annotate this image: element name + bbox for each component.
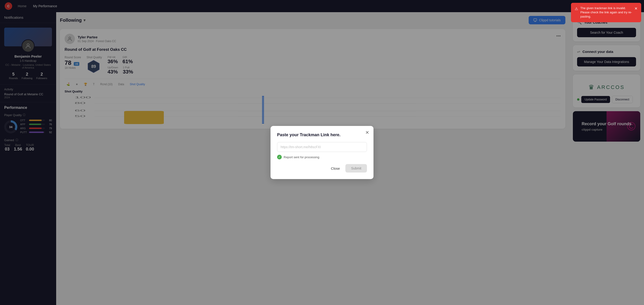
modal-overlay[interactable]: Paste your Trackman Link here. ✕ ✓ Repor…: [0, 0, 644, 305]
modal-title: Paste your Trackman Link here.: [277, 132, 367, 138]
modal-close-button[interactable]: Close: [328, 164, 342, 172]
modal-actions: Close Submit: [277, 164, 367, 172]
modal-success-row: ✓ Report sent for processing: [277, 155, 367, 160]
error-toast: ⚠ The given trackman link is invalid. Pl…: [571, 3, 641, 22]
trackman-modal: Paste your Trackman Link here. ✕ ✓ Repor…: [270, 126, 374, 179]
success-message: Report sent for processing: [284, 156, 319, 159]
modal-submit-button[interactable]: Submit: [346, 164, 367, 172]
success-icon: ✓: [277, 155, 282, 160]
toast-message: The given trackman link is invalid. Plea…: [580, 6, 632, 19]
toast-warning-icon: ⚠: [575, 6, 578, 12]
trackman-link-input[interactable]: [277, 142, 367, 152]
modal-close-x-button[interactable]: ✕: [365, 130, 369, 135]
toast-close-button[interactable]: ✕: [634, 6, 638, 11]
